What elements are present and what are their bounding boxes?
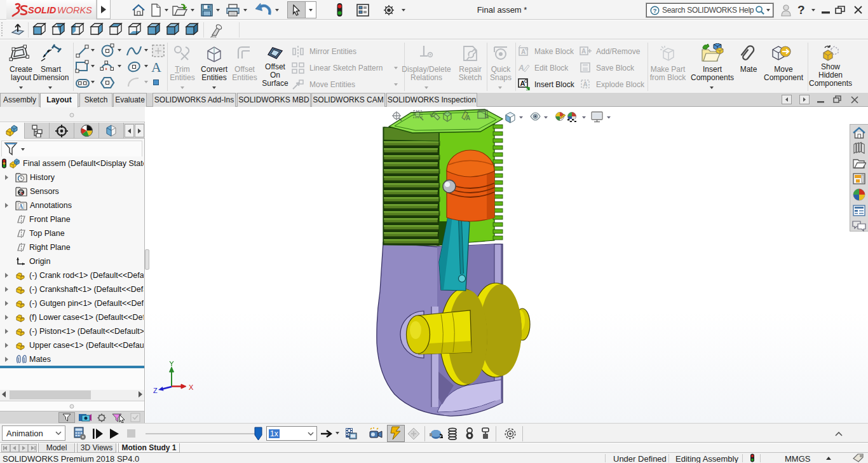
svg-text:A: A <box>466 114 470 121</box>
svg-text:A: A <box>583 81 587 88</box>
svg-text:A: A <box>581 48 586 55</box>
svg-text:A: A <box>521 48 526 55</box>
svg-text:Z: Z <box>153 387 158 394</box>
svg-text:X: X <box>189 384 194 391</box>
svg-text:A: A <box>19 204 24 210</box>
svg-text:SOLID: SOLID <box>28 5 57 15</box>
svg-text:WORKS: WORKS <box>57 5 92 15</box>
svg-text:A: A <box>520 79 525 87</box>
svg-text:A: A <box>518 64 524 73</box>
svg-text:?: ? <box>653 7 657 13</box>
